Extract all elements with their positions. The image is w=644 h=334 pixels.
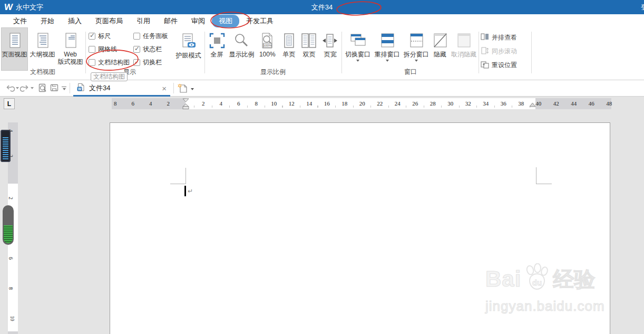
ruler-number: 6 [8,257,14,260]
checkbox-label: 状态栏 [143,45,162,54]
ribbon-tab[interactable]: 引用 [130,15,157,27]
reset-position-button[interactable]: 重设位置 [481,58,531,72]
full-screen-label: 全屏 [211,51,223,58]
document-tab-title: 文件34 [89,83,110,93]
redo-dropdown-icon[interactable] [31,87,34,89]
redo-button[interactable] [20,82,30,94]
view-side-by-side-label: 并排查看 [492,33,517,42]
web-layout-view-button[interactable]: Web 版式视图 [57,27,84,71]
document-tab-icon: W [76,83,85,94]
hanging-indent-marker [183,104,189,107]
full-screen-button[interactable]: 全屏 [207,27,227,71]
new-document-button[interactable] [177,82,188,94]
reset-position-icon [481,60,489,70]
checkbox[interactable] [133,59,140,66]
ruler-number: 38 [512,98,530,109]
split-window-button[interactable]: 拆分窗口 [403,27,430,74]
new-document-dropdown-icon[interactable] [191,88,194,90]
switch-window-button[interactable]: 切换窗口 [344,27,372,74]
ruler-number: 2 [194,98,212,109]
group-zoom: 全屏 显示比例 100% 100% [206,27,340,79]
ribbon-tab[interactable]: 审阅 [184,15,212,27]
watermark-brand-right: 经验 [553,265,595,294]
checkbox[interactable] [89,59,95,66]
page-width-button[interactable]: 页宽 [320,27,340,71]
switch-window-label: 切换窗口 [345,51,370,58]
one-page-icon [280,31,297,51]
app-window: W 永中文字 文件34 登 文件 开始 插入 页面布局 引用 邮件 审阅 视图 … [0,0,644,334]
ruler-number: 18 [336,98,354,109]
dropdown-arrow-icon [386,60,389,62]
zoom-label: 显示比例 [229,51,254,58]
eye-protection-mode-icon [180,32,198,52]
close-tab-icon[interactable]: × [160,84,168,92]
split-window-icon [408,31,425,51]
ribbon-tab[interactable]: 文件 [6,15,34,27]
outline-view-button[interactable]: 大纲视图 [29,27,56,71]
ribbon-checkbox-row[interactable]: 任务面板 [133,30,168,43]
document-page[interactable]: ↵ Bai du 经验 jingyan.baid [110,122,610,334]
ribbon-tab[interactable]: 视图 [212,15,239,27]
ribbon-tab[interactable]: 开发工具 [239,15,280,27]
ribbon-checkbox-row[interactable]: 网格线 [89,43,130,56]
one-page-button[interactable]: 单页 [280,27,298,71]
ruler-number: 22 [371,98,389,109]
text-boundary-corner-left [170,168,186,184]
ruler-number: 42 [548,98,565,109]
switch-window-icon [349,31,367,51]
overlay-meter-green [3,205,14,245]
text-cursor [184,186,186,196]
page-view-label: 页面视图 [2,51,27,58]
page-width-label: 页宽 [324,51,336,58]
checkbox[interactable] [89,46,95,53]
checkbox-label: 文档结构图 [98,58,130,67]
zoom-100-label: 100% [259,51,276,58]
horizontal-ruler[interactable]: 8642 2468101214161820222426283032343638 … [112,98,611,109]
ruler-left-margin-numbers: 8642 [106,98,177,109]
synchronous-scrolling-button[interactable]: 同步滚动 [481,44,531,58]
undo-button[interactable] [5,82,15,94]
ribbon-tab[interactable]: 邮件 [157,15,184,27]
one-page-label: 单页 [282,51,295,58]
zoom-100-button[interactable]: 100% 100% [256,27,279,71]
ruler-number: 14 [300,98,318,109]
unhide-window-button[interactable]: 取消隐藏 [450,27,477,74]
checkbox[interactable] [89,33,95,40]
group-label-window: 窗口 [344,68,477,77]
undo-dropdown-icon[interactable] [16,87,19,89]
arrange-windows-button[interactable]: 重排窗口 [373,27,402,74]
indent-markers[interactable] [182,98,190,111]
checkbox[interactable] [133,46,140,53]
ruler-number: 24 [389,98,407,109]
ribbon-tab[interactable]: 插入 [61,15,89,27]
ruler-number: 8 [8,287,14,290]
checkbox-label: 切换栏 [143,58,162,67]
two-pages-button[interactable]: 双页 [299,27,319,71]
watermark-brand-left: Bai [485,266,521,292]
zoom-100-icon: 100% [259,31,276,51]
hide-window-button[interactable]: 隐藏 [431,27,449,74]
ribbon-tab[interactable]: 页面布局 [89,15,130,27]
checkbox[interactable] [133,33,140,40]
save-button[interactable] [50,82,59,94]
ribbon-checkbox-row[interactable]: 状态栏 [133,43,168,56]
document-tab[interactable]: W 文件34 × [73,80,170,97]
print-preview-button[interactable] [38,82,47,94]
ruler-number: 2 [160,98,178,109]
unhide-window-label: 取消隐藏 [451,51,476,58]
page-width-icon [321,31,339,51]
view-side-by-side-button[interactable]: 并排查看 [481,31,531,44]
titlebar-right-partial[interactable]: 登 [641,0,644,14]
customize-toolbar-icon[interactable] [62,82,66,94]
ribbon-tab[interactable]: 开始 [34,15,61,27]
ribbon-checkbox-row[interactable]: 标尺 [89,30,130,43]
group-label-zoom: 显示比例 [206,68,340,77]
zoom-button[interactable]: 显示比例 [228,27,255,71]
toolbar-separator [173,83,174,93]
eye-protection-mode-button[interactable]: 护眼模式 [174,28,203,72]
web-layout-view-label-2: 版式视图 [58,58,83,65]
page-view-button[interactable]: 页面视图 [1,27,28,71]
tab-stop-selector[interactable]: L [4,98,15,109]
ruler-number: 46 [583,98,601,109]
right-indent-marker[interactable] [529,100,536,109]
